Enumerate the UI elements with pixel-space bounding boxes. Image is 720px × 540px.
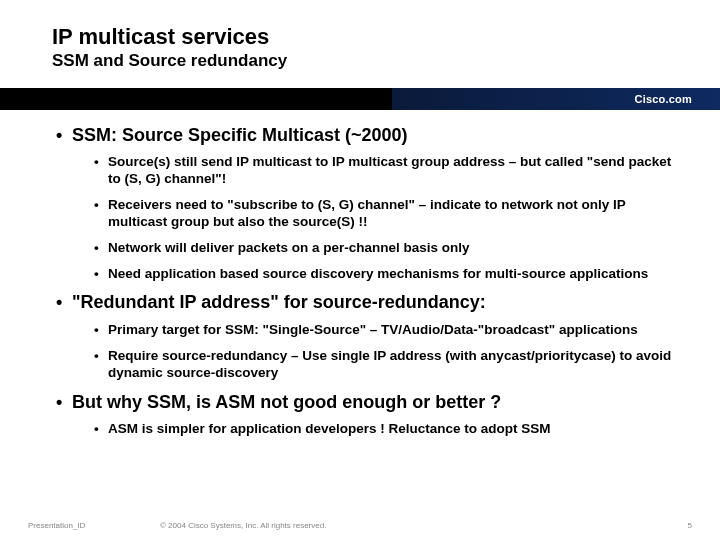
slide-subtitle: SSM and Source redundancy (52, 51, 720, 71)
sub-bullet-item: Primary target for SSM: "Single-Source" … (94, 322, 684, 339)
bullet-item: "Redundant IP address" for source-redund… (56, 291, 684, 381)
bullet-item: SSM: Source Specific Multicast (~2000) S… (56, 124, 684, 283)
sub-bullet-item: Network will deliver packets on a per-ch… (94, 240, 684, 257)
bullet-text: "Redundant IP address" for source-redund… (72, 292, 486, 312)
brand-bar: Cisco.com (0, 88, 720, 110)
brand-bar-black (0, 88, 392, 110)
slide-title: IP multicast services (52, 24, 720, 49)
bullet-item: But why SSM, is ASM not good enough or b… (56, 391, 684, 438)
slide-content: SSM: Source Specific Multicast (~2000) S… (0, 110, 720, 438)
bullet-text: SSM: Source Specific Multicast (~2000) (72, 125, 408, 145)
bullet-text: But why SSM, is ASM not good enough or b… (72, 392, 501, 412)
slide-footer: Presentation_ID © 2004 Cisco Systems, In… (0, 521, 720, 530)
footer-copyright: © 2004 Cisco Systems, Inc. All rights re… (160, 521, 660, 530)
slide-header: IP multicast services SSM and Source red… (0, 0, 720, 78)
sub-bullet-item: ASM is simpler for application developer… (94, 421, 684, 438)
footer-id: Presentation_ID (0, 521, 160, 530)
bullet-list: SSM: Source Specific Multicast (~2000) S… (56, 124, 684, 438)
sub-bullet-item: Need application based source discovery … (94, 266, 684, 283)
sub-bullet-item: Receivers need to "subscribe to (S, G) c… (94, 197, 684, 231)
brand-bar-blue: Cisco.com (392, 88, 720, 110)
footer-page-number: 5 (660, 521, 720, 530)
brand-text: Cisco.com (635, 93, 692, 105)
sub-bullet-list: Primary target for SSM: "Single-Source" … (72, 322, 684, 382)
sub-bullet-list: ASM is simpler for application developer… (72, 421, 684, 438)
sub-bullet-item: Source(s) still send IP multicast to IP … (94, 154, 684, 188)
sub-bullet-list: Source(s) still send IP multicast to IP … (72, 154, 684, 282)
sub-bullet-item: Require source-redundancy – Use single I… (94, 348, 684, 382)
